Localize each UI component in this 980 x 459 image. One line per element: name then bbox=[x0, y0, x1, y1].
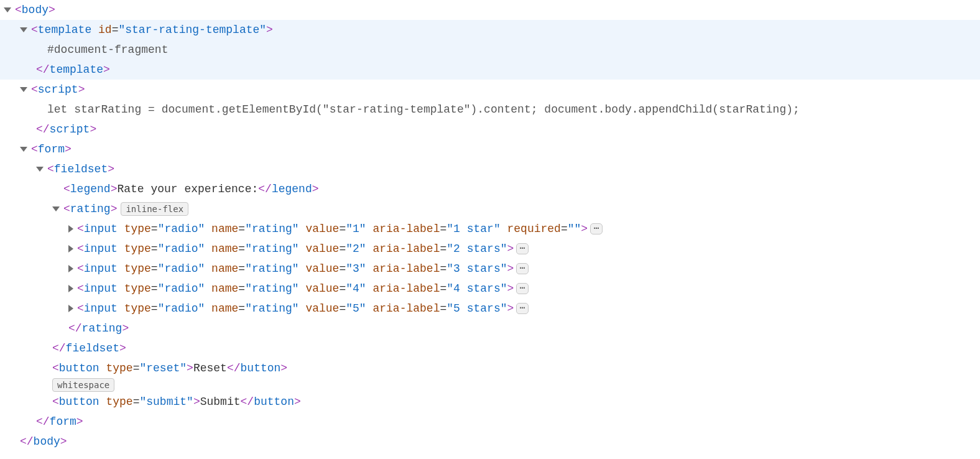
node-script-content[interactable]: let starRating = document.getElementById… bbox=[0, 100, 980, 119]
node-form-open[interactable]: <form> bbox=[0, 139, 980, 159]
ellipsis-icon[interactable]: ⋯ bbox=[516, 263, 529, 274]
node-legend[interactable]: <legend>Rate your experience:</legend> bbox=[0, 179, 980, 199]
caret-open-icon[interactable] bbox=[52, 206, 60, 211]
caret-open-icon[interactable] bbox=[20, 147, 27, 152]
node-whitespace[interactable]: whitespace bbox=[0, 378, 980, 392]
node-input-5[interactable]: <input type="radio" name="rating" value=… bbox=[0, 299, 980, 318]
node-input-4[interactable]: <input type="radio" name="rating" value=… bbox=[0, 279, 980, 299]
node-button-reset[interactable]: <button type="reset" >Reset</button> bbox=[0, 358, 980, 378]
caret-open-icon[interactable] bbox=[20, 87, 27, 92]
caret-closed-icon[interactable] bbox=[68, 265, 73, 272]
dom-tree: <body> <template id="star-rating-templat… bbox=[0, 0, 980, 452]
node-input-3[interactable]: <input type="radio" name="rating" value=… bbox=[0, 259, 980, 279]
ellipsis-icon[interactable]: ⋯ bbox=[590, 223, 603, 234]
node-body-open[interactable]: <body> bbox=[0, 0, 980, 20]
node-input-2[interactable]: <input type="radio" name="rating" value=… bbox=[0, 239, 980, 259]
whitespace-badge[interactable]: whitespace bbox=[52, 378, 114, 392]
node-form-close[interactable]: </form> bbox=[0, 412, 980, 432]
node-rating-open[interactable]: <rating> inline-flex bbox=[0, 199, 980, 219]
node-template-open[interactable]: <template id="star-rating-template" > bbox=[0, 20, 980, 40]
caret-closed-icon[interactable] bbox=[68, 225, 73, 233]
node-script-close[interactable]: </script> bbox=[0, 119, 980, 139]
node-template-close[interactable]: </template> bbox=[0, 60, 980, 80]
caret-closed-icon[interactable] bbox=[68, 305, 73, 312]
node-body-close[interactable]: </body> bbox=[0, 432, 980, 452]
node-input-1[interactable]: <input type="radio" name="rating" value=… bbox=[0, 219, 980, 239]
node-fieldset-open[interactable]: <fieldset> bbox=[0, 159, 980, 179]
node-button-submit[interactable]: <button type="submit" >Submit</button> bbox=[0, 392, 980, 412]
node-fieldset-close[interactable]: </fieldset> bbox=[0, 338, 980, 358]
ellipsis-icon[interactable]: ⋯ bbox=[516, 303, 529, 314]
ellipsis-icon[interactable]: ⋯ bbox=[516, 283, 529, 294]
ellipsis-icon[interactable]: ⋯ bbox=[516, 243, 529, 254]
node-script-open[interactable]: <script> bbox=[0, 80, 980, 100]
caret-closed-icon[interactable] bbox=[68, 245, 73, 253]
node-rating-close[interactable]: </rating> bbox=[0, 318, 980, 338]
caret-closed-icon[interactable] bbox=[68, 285, 73, 292]
caret-open-icon[interactable] bbox=[36, 167, 44, 172]
node-document-fragment[interactable]: #document-fragment bbox=[0, 40, 980, 60]
caret-open-icon[interactable] bbox=[20, 27, 27, 32]
caret-open-icon[interactable] bbox=[4, 7, 11, 12]
layout-badge[interactable]: inline-flex bbox=[121, 202, 188, 216]
